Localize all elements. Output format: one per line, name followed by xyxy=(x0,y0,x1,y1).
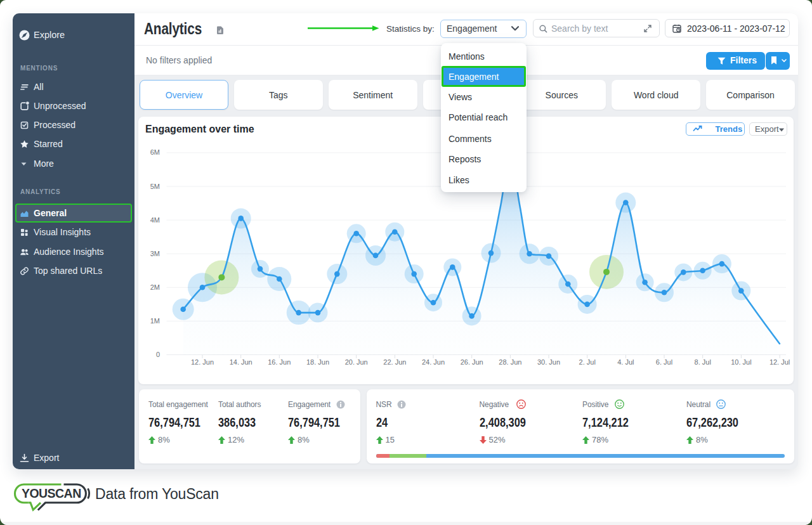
svg-text:6M: 6M xyxy=(150,148,160,156)
svg-text:30. Jun: 30. Jun xyxy=(537,358,560,366)
svg-text:22. Jun: 22. Jun xyxy=(383,358,406,366)
svg-text:YOUSCAN: YOUSCAN xyxy=(22,486,81,500)
svg-text:2M: 2M xyxy=(150,283,160,291)
svg-text:12. Jul: 12. Jul xyxy=(769,358,790,366)
svg-text:16. Jun: 16. Jun xyxy=(268,358,291,366)
svg-text:12. Jun: 12. Jun xyxy=(191,358,214,366)
svg-text:14. Jun: 14. Jun xyxy=(230,358,252,366)
svg-text:6. Jul: 6. Jul xyxy=(656,358,672,366)
svg-text:8. Jul: 8. Jul xyxy=(695,358,711,366)
svg-text:18. Jun: 18. Jun xyxy=(306,358,329,366)
svg-text:28. Jun: 28. Jun xyxy=(499,358,521,366)
svg-text:3M: 3M xyxy=(150,250,160,257)
svg-text:26. Jun: 26. Jun xyxy=(461,358,483,366)
svg-text:10. Jul: 10. Jul xyxy=(731,358,751,366)
svg-text:0: 0 xyxy=(156,351,160,358)
svg-text:2. Jul: 2. Jul xyxy=(579,358,596,366)
svg-text:24. Jun: 24. Jun xyxy=(422,358,445,366)
svg-text:20. Jun: 20. Jun xyxy=(345,358,368,366)
svg-text:5M: 5M xyxy=(150,183,160,190)
svg-text:1M: 1M xyxy=(150,317,160,325)
svg-text:4M: 4M xyxy=(150,216,160,224)
svg-text:4. Jul: 4. Jul xyxy=(617,358,634,366)
